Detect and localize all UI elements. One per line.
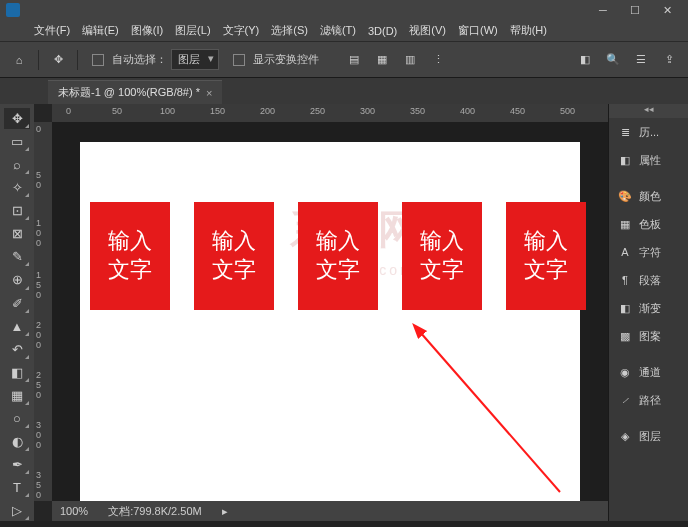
crop-tool[interactable]: ⊡: [4, 200, 30, 221]
menu-filter[interactable]: 滤镜(T): [314, 23, 362, 38]
menu-select[interactable]: 选择(S): [265, 23, 314, 38]
menu-image[interactable]: 图像(I): [125, 23, 169, 38]
text-box[interactable]: 输入文字: [194, 202, 274, 310]
align-bottom-icon[interactable]: ▥: [399, 49, 421, 71]
box-line2: 文字: [420, 256, 464, 285]
canvas-area: 0 50 100 150 200 250 300 350 400 450 500…: [34, 104, 608, 521]
panel-color[interactable]: 🎨颜色: [609, 182, 688, 210]
text-box[interactable]: 输入文字: [402, 202, 482, 310]
workspace-icon[interactable]: ☰: [630, 49, 652, 71]
tools-panel: ✥ ▭ ⌕ ✧ ⊡ ⊠ ✎ ⊕ ✐ ▲ ↶ ◧ ▦ ○ ◐ ✒ T ▷: [0, 104, 34, 521]
menu-view[interactable]: 视图(V): [403, 23, 452, 38]
panel-paragraph[interactable]: ¶段落: [609, 266, 688, 294]
close-tab-icon[interactable]: ×: [206, 87, 212, 99]
stamp-tool[interactable]: ▲: [4, 316, 30, 337]
panel-channels[interactable]: ◉通道: [609, 358, 688, 386]
menu-layer[interactable]: 图层(L): [169, 23, 216, 38]
move-tool[interactable]: ✥: [4, 108, 30, 129]
app-icon: [6, 3, 20, 17]
healing-tool[interactable]: ⊕: [4, 269, 30, 290]
move-tool-icon[interactable]: ✥: [47, 49, 69, 71]
ruler-mark: 150: [210, 106, 225, 116]
panel-layers[interactable]: ◈图层: [609, 422, 688, 450]
close-button[interactable]: ✕: [652, 1, 682, 19]
align-group: ▤ ▦ ▥ ⋮: [343, 49, 449, 71]
options-bar: ⌂ ✥ 自动选择： 图层 显示变换控件 ▤ ▦ ▥ ⋮ ◧ 🔍 ☰ ⇪: [0, 42, 688, 78]
show-transform-label: 显示变换控件: [253, 52, 319, 67]
ruler-mark: 250: [36, 370, 41, 400]
box-line1: 输入: [316, 227, 360, 256]
ruler-mark: 150: [36, 270, 41, 300]
3d-mode-icon[interactable]: ◧: [574, 49, 596, 71]
canvas[interactable]: 系统网 system.com 输入文字 输入文字 输入文字 输入文字 输入文字: [80, 142, 580, 501]
document-tab[interactable]: 未标题-1 @ 100%(RGB/8#) * ×: [48, 80, 222, 104]
text-tool[interactable]: T: [4, 477, 30, 498]
auto-select-checkbox[interactable]: [92, 54, 104, 66]
right-tools: ◧ 🔍 ☰ ⇪: [574, 49, 680, 71]
menu-file[interactable]: 文件(F): [28, 23, 76, 38]
panel-label: 属性: [639, 153, 661, 168]
align-middle-icon[interactable]: ▦: [371, 49, 393, 71]
ruler-mark: 0: [66, 106, 71, 116]
ruler-mark: 50: [112, 106, 122, 116]
history-brush-tool[interactable]: ↶: [4, 339, 30, 360]
box-line1: 输入: [420, 227, 464, 256]
pen-tool[interactable]: ✒: [4, 454, 30, 475]
distribute-icon[interactable]: ⋮: [427, 49, 449, 71]
panel-swatches[interactable]: ▦色板: [609, 210, 688, 238]
panel-label: 路径: [639, 393, 661, 408]
search-icon[interactable]: 🔍: [602, 49, 624, 71]
menu-3d[interactable]: 3D(D): [362, 25, 403, 37]
box-line2: 文字: [212, 256, 256, 285]
zoom-level[interactable]: 100%: [60, 505, 88, 517]
minimize-button[interactable]: ─: [588, 1, 618, 19]
properties-icon: ◧: [617, 154, 633, 167]
separator: [38, 50, 39, 70]
home-icon[interactable]: ⌂: [8, 49, 30, 71]
panel-gradient[interactable]: ◧渐变: [609, 294, 688, 322]
align-top-icon[interactable]: ▤: [343, 49, 365, 71]
eyedropper-tool[interactable]: ✎: [4, 246, 30, 267]
viewport[interactable]: 系统网 system.com 输入文字 输入文字 输入文字 输入文字 输入文字: [52, 122, 608, 501]
menu-help[interactable]: 帮助(H): [504, 23, 553, 38]
magic-wand-tool[interactable]: ✧: [4, 177, 30, 198]
layers-icon: ◈: [617, 430, 633, 443]
eraser-tool[interactable]: ◧: [4, 362, 30, 383]
character-icon: A: [617, 246, 633, 258]
brush-tool[interactable]: ✐: [4, 293, 30, 314]
share-icon[interactable]: ⇪: [658, 49, 680, 71]
panel-history[interactable]: ≣历...: [609, 118, 688, 146]
paragraph-icon: ¶: [617, 274, 633, 286]
gradient-tool[interactable]: ▦: [4, 385, 30, 406]
menu-window[interactable]: 窗口(W): [452, 23, 504, 38]
auto-select-dropdown[interactable]: 图层: [171, 49, 219, 70]
doc-size[interactable]: 文档:799.8K/2.50M: [108, 504, 202, 519]
status-more-icon[interactable]: ▸: [222, 505, 228, 518]
panel-label: 段落: [639, 273, 661, 288]
text-box[interactable]: 输入文字: [90, 202, 170, 310]
panel-patterns[interactable]: ▩图案: [609, 322, 688, 350]
panel-properties[interactable]: ◧属性: [609, 146, 688, 174]
frame-tool[interactable]: ⊠: [4, 223, 30, 244]
dodge-tool[interactable]: ◐: [4, 431, 30, 452]
blur-tool[interactable]: ○: [4, 408, 30, 429]
ruler-mark: 450: [510, 106, 525, 116]
collapse-panels-icon[interactable]: ◂◂: [609, 104, 688, 118]
menu-edit[interactable]: 编辑(E): [76, 23, 125, 38]
panel-paths[interactable]: ⟋路径: [609, 386, 688, 414]
maximize-button[interactable]: ☐: [620, 1, 650, 19]
horizontal-ruler: 0 50 100 150 200 250 300 350 400 450 500: [52, 104, 608, 122]
path-select-tool[interactable]: ▷: [4, 500, 30, 521]
ruler-mark: 100: [36, 218, 41, 248]
box-line2: 文字: [108, 256, 152, 285]
text-box[interactable]: 输入文字: [506, 202, 586, 310]
text-box[interactable]: 输入文字: [298, 202, 378, 310]
lasso-tool[interactable]: ⌕: [4, 154, 30, 175]
panel-character[interactable]: A字符: [609, 238, 688, 266]
ruler-mark: 50: [36, 170, 41, 190]
ruler-mark: 250: [310, 106, 325, 116]
menu-text[interactable]: 文字(Y): [217, 23, 266, 38]
show-transform-checkbox[interactable]: [233, 54, 245, 66]
panel-label: 渐变: [639, 301, 661, 316]
marquee-tool[interactable]: ▭: [4, 131, 30, 152]
